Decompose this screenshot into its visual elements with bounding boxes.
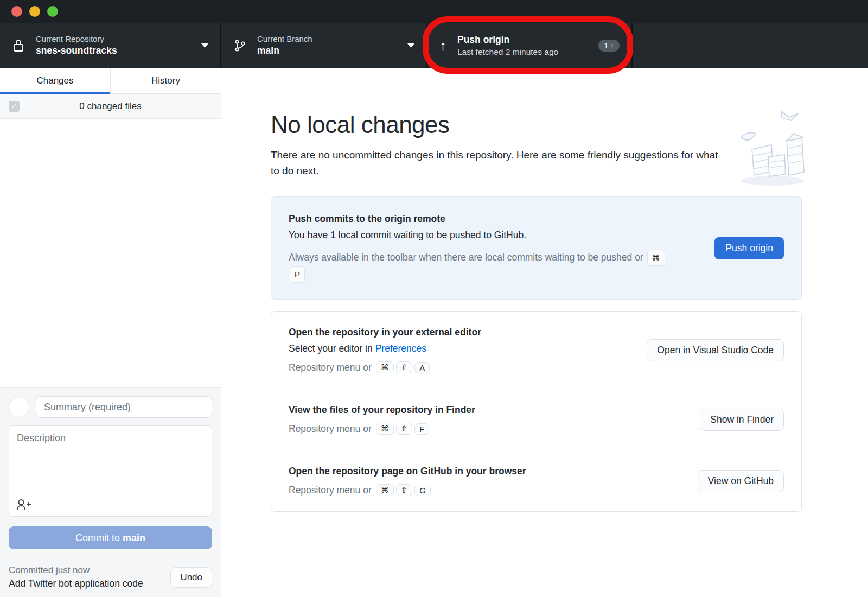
show-in-finder-button[interactable]: Show in Finder	[700, 409, 784, 431]
add-coauthor-icon[interactable]	[16, 498, 31, 511]
current-repository-button[interactable]: Current Repository snes-soundtracks	[0, 23, 221, 68]
push-origin-toolbar-button[interactable]: ↑ Push origin Last fetched 2 minutes ago…	[427, 23, 633, 68]
suggestion-hint: Repository menu or ⌘⇧A	[289, 361, 634, 373]
shift-key: ⇧	[396, 484, 413, 496]
summary-input[interactable]	[36, 396, 212, 418]
chevron-down-icon	[201, 43, 208, 48]
shift-key: ⇧	[396, 423, 413, 435]
current-branch-label: Current Branch	[257, 34, 401, 43]
tab-history[interactable]: History	[110, 68, 221, 93]
commit-message-text: Add Twitter bot application code	[9, 578, 170, 589]
undo-commit-bar: Committed just now Add Twitter bot appli…	[0, 558, 221, 597]
page-subtitle: There are no uncommitted changes in this…	[271, 147, 726, 179]
suggestions-panel: Open the repository in your external edi…	[271, 311, 802, 512]
cmd-key: ⌘	[647, 250, 665, 266]
cmd-key: ⌘	[376, 484, 394, 496]
current-repository-label: Current Repository	[36, 34, 195, 43]
suggestion-row-finder: View the files of your repository in Fin…	[271, 389, 801, 450]
suggestion-hint: Repository menu or ⌘⇧F	[289, 423, 687, 435]
commit-form: Commit tomain	[0, 387, 221, 558]
suggestion-title: View the files of your repository in Fin…	[289, 404, 687, 416]
suggestion-line: Select your editor inPreferences	[289, 343, 634, 354]
lock-icon	[12, 38, 25, 53]
commit-to-main-button[interactable]: Commit tomain	[9, 526, 212, 549]
suggestion-row-external-editor: Open the repository in your external edi…	[271, 312, 801, 389]
paper-stack-illustration	[737, 106, 809, 189]
git-branch-icon	[233, 38, 246, 53]
description-input[interactable]	[9, 425, 212, 517]
toolbar-spacer	[633, 23, 868, 68]
current-branch-name: main	[257, 45, 401, 56]
ahead-count-badge: 1 ↑	[598, 40, 620, 52]
changes-file-list	[0, 119, 221, 387]
cmd-key: ⌘	[376, 361, 394, 373]
commit-status-text: Committed just now	[9, 565, 170, 576]
suggestion-row-github: Open the repository page on GitHub in yo…	[271, 450, 801, 511]
main-content: No local changes There are no uncommitte…	[221, 68, 868, 597]
changed-files-count: 0 changed files	[79, 101, 141, 112]
suggestion-hint: Repository menu or ⌘⇧G	[289, 484, 685, 496]
avatar	[9, 397, 29, 417]
shift-key: ⇧	[396, 361, 413, 373]
current-branch-button[interactable]: Current Branch main	[221, 23, 427, 68]
push-panel-title: Push commits to the origin remote	[289, 213, 701, 225]
push-panel-line: You have 1 local commit waiting to be pu…	[289, 230, 701, 241]
changed-files-header: ✓ 0 changed files	[0, 94, 221, 119]
chevron-down-icon	[407, 43, 414, 48]
p-key: P	[290, 266, 305, 283]
undo-button[interactable]: Undo	[170, 567, 212, 588]
sidebar: Changes History ✓ 0 changed files	[0, 68, 221, 597]
titlebar	[0, 0, 868, 23]
tab-changes[interactable]: Changes	[0, 68, 110, 93]
f-key: F	[414, 423, 429, 435]
last-fetched-text: Last fetched 2 minutes ago	[457, 47, 593, 57]
push-origin-title: Push origin	[457, 34, 593, 46]
g-key: G	[414, 485, 431, 496]
current-repository-name: snes-soundtracks	[36, 45, 195, 56]
a-key: A	[414, 362, 430, 373]
cmd-key: ⌘	[376, 423, 394, 435]
preferences-link[interactable]: Preferences	[375, 343, 426, 354]
suggestion-title: Open the repository in your external edi…	[289, 327, 634, 338]
push-commits-panel: Push commits to the origin remote You ha…	[271, 196, 802, 300]
open-in-editor-button[interactable]: Open in Visual Studio Code	[647, 339, 784, 361]
view-on-github-button[interactable]: View on GitHub	[698, 470, 784, 492]
minimize-window-button[interactable]	[29, 6, 40, 17]
sidebar-tabs: Changes History	[0, 68, 221, 94]
select-all-checkbox[interactable]: ✓	[9, 101, 20, 112]
close-window-button[interactable]	[11, 6, 22, 17]
page-title: No local changes	[271, 111, 802, 138]
arrow-up-icon: ↑	[439, 39, 446, 53]
zoom-window-button[interactable]	[47, 6, 58, 17]
suggestion-title: Open the repository page on GitHub in yo…	[289, 466, 685, 477]
push-panel-hint: Always available in the toolbar when the…	[289, 249, 668, 283]
toolbar: Current Repository snes-soundtracks Curr…	[0, 23, 868, 68]
push-origin-button[interactable]: Push origin	[714, 237, 784, 259]
